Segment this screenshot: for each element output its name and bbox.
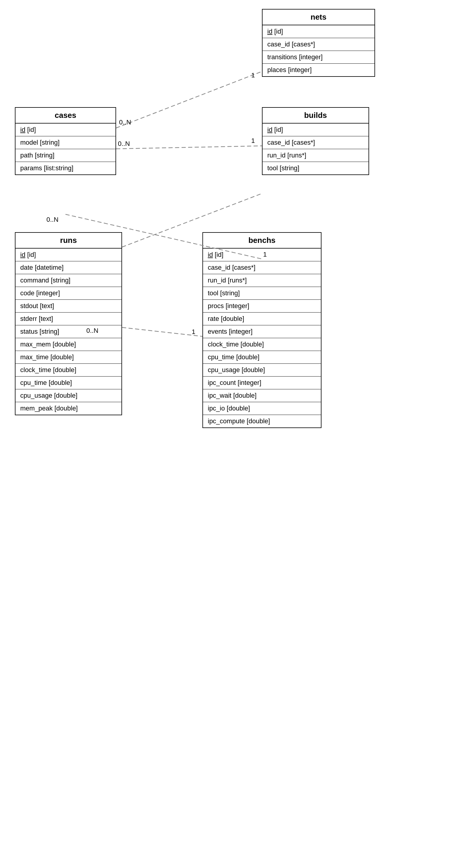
nets-row-places: places [integer] <box>263 64 374 76</box>
benchs-row-cpu_usage: cpu_usage [double] <box>203 364 321 377</box>
builds-row-tool: tool [string] <box>263 162 368 175</box>
nets-title: nets <box>263 9 374 25</box>
benchs-row-procs: procs [integer] <box>203 300 321 313</box>
runs-row-cpu_usage: cpu_usage [double] <box>16 389 121 402</box>
runs-row-command: command [string] <box>16 274 121 287</box>
benchs-row-ipc_io: ipc_io [double] <box>203 402 321 415</box>
cases-row-params: params [list:string] <box>16 162 116 175</box>
benchs-row-run_id: run_id [runs*] <box>203 274 321 287</box>
nets-row-transitions: transitions [integer] <box>263 51 374 64</box>
runs-row-code: code [integer] <box>16 287 121 300</box>
benchs-row-ipc_compute: ipc_compute [double] <box>203 415 321 428</box>
runs-row-stderr: stderr [text] <box>16 313 121 326</box>
cases-builds-label-1: 1 <box>251 137 255 144</box>
cases-row-model: model [string] <box>16 136 116 149</box>
cases-row-path: path [string] <box>16 149 116 162</box>
cases-row-id: id [id] <box>16 124 116 136</box>
cases-table: cases id [id] model [string] path [strin… <box>15 107 116 175</box>
nets-row-case_id: case_id [cases*] <box>263 38 374 51</box>
builds-row-run_id: run_id [runs*] <box>263 149 368 162</box>
runs-benchs-label-1: 1 <box>192 328 195 336</box>
runs-row-mem_peak: mem_peak [double] <box>16 402 121 415</box>
runs-title: runs <box>16 233 121 249</box>
runs-table: runs id [id] date [datetime] command [st… <box>15 232 122 415</box>
benchs-row-events: events [integer] <box>203 326 321 338</box>
benchs-title: benchs <box>203 233 321 249</box>
benchs-row-ipc_wait: ipc_wait [double] <box>203 389 321 402</box>
benchs-row-rate: rate [double] <box>203 313 321 326</box>
cases-builds-line <box>116 146 262 149</box>
benchs-row-ipc_count: ipc_count [integer] <box>203 377 321 389</box>
nets-table: nets id [id] case_id [cases*] transition… <box>262 9 375 77</box>
runs-row-clock_time: clock_time [double] <box>16 364 121 377</box>
runs-row-max_mem: max_mem [double] <box>16 338 121 351</box>
runs-row-stdout: stdout [text] <box>16 300 121 313</box>
benchs-row-cpu_time: cpu_time [double] <box>203 351 321 364</box>
cases-title: cases <box>16 108 116 124</box>
runs-benchs-line <box>122 328 203 336</box>
nets-row-id: id [id] <box>263 25 374 38</box>
benchs-row-tool: tool [string] <box>203 287 321 300</box>
runs-row-id: id [id] <box>16 249 121 261</box>
cases-nets-label-1: 1 <box>251 71 255 79</box>
builds-table: builds id [id] case_id [cases*] run_id [… <box>262 107 369 175</box>
benchs-row-clock_time: clock_time [double] <box>203 338 321 351</box>
cases-nets-line <box>116 71 262 128</box>
builds-title: builds <box>263 108 368 124</box>
runs-row-status: status [string] <box>16 326 121 338</box>
benchs-row-case_id: case_id [cases*] <box>203 261 321 274</box>
runs-row-cpu_time: cpu_time [double] <box>16 377 121 389</box>
runs-row-date: date [datetime] <box>16 261 121 274</box>
benchs-row-id: id [id] <box>203 249 321 261</box>
cases-nets-label-n: 0..N <box>119 119 131 126</box>
builds-row-case_id: case_id [cases*] <box>263 136 368 149</box>
benchs-table: benchs id [id] case_id [cases*] run_id [… <box>203 232 322 428</box>
cases-bottom-label-n: 0..N <box>47 216 58 223</box>
cases-builds-label-n: 0..N <box>118 140 130 147</box>
runs-row-max_time: max_time [double] <box>16 351 121 364</box>
builds-row-id: id [id] <box>263 124 368 136</box>
